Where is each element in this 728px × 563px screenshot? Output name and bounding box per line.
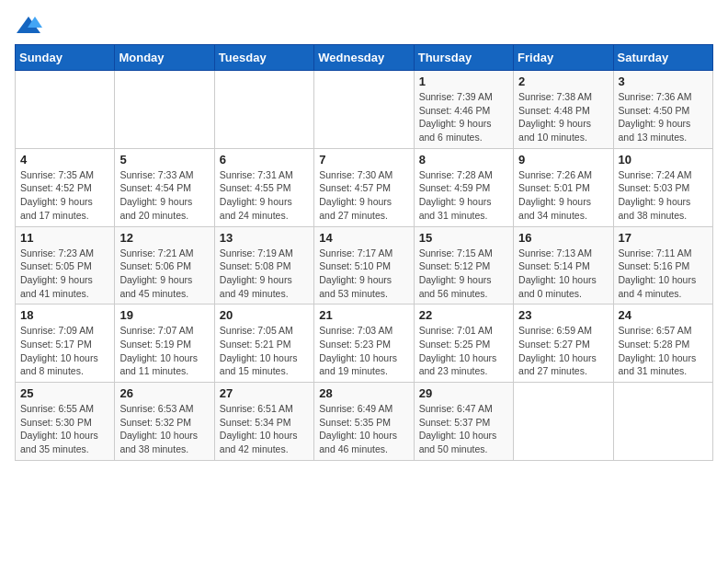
day-info: Sunrise: 7:17 AMSunset: 5:10 PMDaylight:… xyxy=(319,247,408,301)
day-number: 29 xyxy=(419,386,508,400)
calendar-cell: 22Sunrise: 7:01 AMSunset: 5:25 PMDayligh… xyxy=(414,304,513,383)
day-info: Sunrise: 6:59 AMSunset: 5:27 PMDaylight:… xyxy=(518,324,608,378)
day-number: 17 xyxy=(619,231,708,245)
calendar-cell: 10Sunrise: 7:24 AMSunset: 5:03 PMDayligh… xyxy=(613,148,712,226)
day-number: 20 xyxy=(220,308,309,322)
day-info: Sunrise: 7:30 AMSunset: 4:57 PMDaylight:… xyxy=(319,168,408,223)
calendar-cell: 25Sunrise: 6:55 AMSunset: 5:30 PMDayligh… xyxy=(16,383,115,461)
day-info: Sunrise: 7:19 AMSunset: 5:08 PMDaylight:… xyxy=(220,247,309,301)
day-of-week-header: Friday xyxy=(514,45,613,71)
day-number: 13 xyxy=(220,231,309,245)
calendar-cell xyxy=(613,383,712,461)
day-number: 8 xyxy=(419,153,508,167)
day-info: Sunrise: 7:39 AMSunset: 4:46 PMDaylight:… xyxy=(419,90,508,144)
day-info: Sunrise: 7:36 AMSunset: 4:50 PMDaylight:… xyxy=(619,90,708,144)
calendar-cell: 27Sunrise: 6:51 AMSunset: 5:34 PMDayligh… xyxy=(214,383,313,461)
day-number: 26 xyxy=(119,386,209,400)
day-of-week-header: Sunday xyxy=(16,45,115,71)
day-number: 9 xyxy=(518,153,608,167)
day-of-week-header: Monday xyxy=(115,45,214,71)
day-info: Sunrise: 6:57 AMSunset: 5:28 PMDaylight:… xyxy=(619,324,708,378)
day-info: Sunrise: 7:33 AMSunset: 4:54 PMDaylight:… xyxy=(119,168,209,223)
calendar-cell: 18Sunrise: 7:09 AMSunset: 5:17 PMDayligh… xyxy=(16,304,115,383)
day-number: 22 xyxy=(419,308,508,322)
day-number: 7 xyxy=(319,153,408,167)
calendar-cell: 2Sunrise: 7:38 AMSunset: 4:48 PMDaylight… xyxy=(514,71,613,149)
calendar-cell xyxy=(16,71,115,149)
day-number: 28 xyxy=(319,386,408,400)
day-info: Sunrise: 7:23 AMSunset: 5:05 PMDaylight:… xyxy=(20,247,109,301)
calendar-cell: 13Sunrise: 7:19 AMSunset: 5:08 PMDayligh… xyxy=(214,226,313,304)
calendar-cell: 20Sunrise: 7:05 AMSunset: 5:21 PMDayligh… xyxy=(214,304,313,383)
day-number: 23 xyxy=(518,308,608,322)
day-info: Sunrise: 7:03 AMSunset: 5:23 PMDaylight:… xyxy=(319,324,408,378)
calendar-cell xyxy=(514,383,613,461)
day-info: Sunrise: 7:11 AMSunset: 5:16 PMDaylight:… xyxy=(619,247,708,301)
day-number: 14 xyxy=(319,231,408,245)
day-info: Sunrise: 7:01 AMSunset: 5:25 PMDaylight:… xyxy=(419,324,508,378)
calendar-cell: 12Sunrise: 7:21 AMSunset: 5:06 PMDayligh… xyxy=(115,226,214,304)
day-number: 10 xyxy=(619,153,708,167)
logo-icon xyxy=(15,15,42,37)
day-of-week-header: Thursday xyxy=(414,45,513,71)
day-info: Sunrise: 7:38 AMSunset: 4:48 PMDaylight:… xyxy=(518,90,608,144)
calendar-cell: 8Sunrise: 7:28 AMSunset: 4:59 PMDaylight… xyxy=(414,148,513,226)
day-number: 1 xyxy=(419,75,508,88)
calendar-cell: 4Sunrise: 7:35 AMSunset: 4:52 PMDaylight… xyxy=(16,148,115,226)
calendar-cell: 21Sunrise: 7:03 AMSunset: 5:23 PMDayligh… xyxy=(314,304,414,383)
calendar-week-row: 25Sunrise: 6:55 AMSunset: 5:30 PMDayligh… xyxy=(16,383,713,461)
day-number: 12 xyxy=(119,231,209,245)
day-info: Sunrise: 6:53 AMSunset: 5:32 PMDaylight:… xyxy=(119,402,209,456)
calendar-week-row: 18Sunrise: 7:09 AMSunset: 5:17 PMDayligh… xyxy=(16,304,713,383)
calendar-week-row: 4Sunrise: 7:35 AMSunset: 4:52 PMDaylight… xyxy=(16,148,713,226)
day-number: 27 xyxy=(220,386,309,400)
calendar-cell xyxy=(115,71,214,149)
day-of-week-header: Tuesday xyxy=(214,45,313,71)
day-number: 16 xyxy=(518,231,608,245)
day-of-week-header: Saturday xyxy=(613,45,712,71)
logo xyxy=(15,15,46,37)
calendar-cell xyxy=(214,71,313,149)
day-number: 18 xyxy=(20,308,109,322)
calendar-header-row: SundayMondayTuesdayWednesdayThursdayFrid… xyxy=(16,45,713,71)
day-info: Sunrise: 6:55 AMSunset: 5:30 PMDaylight:… xyxy=(20,402,109,456)
calendar-cell: 11Sunrise: 7:23 AMSunset: 5:05 PMDayligh… xyxy=(16,226,115,304)
day-number: 15 xyxy=(419,231,508,245)
calendar-cell: 9Sunrise: 7:26 AMSunset: 5:01 PMDaylight… xyxy=(514,148,613,226)
day-number: 6 xyxy=(220,153,309,167)
day-info: Sunrise: 7:13 AMSunset: 5:14 PMDaylight:… xyxy=(518,247,608,301)
calendar-cell: 16Sunrise: 7:13 AMSunset: 5:14 PMDayligh… xyxy=(514,226,613,304)
calendar-cell: 5Sunrise: 7:33 AMSunset: 4:54 PMDaylight… xyxy=(115,148,214,226)
calendar-cell: 29Sunrise: 6:47 AMSunset: 5:37 PMDayligh… xyxy=(414,383,513,461)
calendar-cell: 15Sunrise: 7:15 AMSunset: 5:12 PMDayligh… xyxy=(414,226,513,304)
calendar-table: SundayMondayTuesdayWednesdayThursdayFrid… xyxy=(15,44,713,461)
calendar-cell: 19Sunrise: 7:07 AMSunset: 5:19 PMDayligh… xyxy=(115,304,214,383)
calendar-cell xyxy=(314,71,414,149)
calendar-cell: 26Sunrise: 6:53 AMSunset: 5:32 PMDayligh… xyxy=(115,383,214,461)
calendar-cell: 28Sunrise: 6:49 AMSunset: 5:35 PMDayligh… xyxy=(314,383,414,461)
calendar-cell: 7Sunrise: 7:30 AMSunset: 4:57 PMDaylight… xyxy=(314,148,414,226)
day-number: 21 xyxy=(319,308,408,322)
day-of-week-header: Wednesday xyxy=(314,45,414,71)
calendar-cell: 14Sunrise: 7:17 AMSunset: 5:10 PMDayligh… xyxy=(314,226,414,304)
calendar-week-row: 1Sunrise: 7:39 AMSunset: 4:46 PMDaylight… xyxy=(16,71,713,149)
day-info: Sunrise: 7:09 AMSunset: 5:17 PMDaylight:… xyxy=(20,324,109,378)
day-info: Sunrise: 7:21 AMSunset: 5:06 PMDaylight:… xyxy=(119,247,209,301)
calendar-cell: 23Sunrise: 6:59 AMSunset: 5:27 PMDayligh… xyxy=(514,304,613,383)
page-header xyxy=(15,15,713,37)
day-number: 2 xyxy=(518,75,608,88)
day-info: Sunrise: 7:24 AMSunset: 5:03 PMDaylight:… xyxy=(619,168,708,223)
day-number: 4 xyxy=(20,153,109,167)
calendar-cell: 1Sunrise: 7:39 AMSunset: 4:46 PMDaylight… xyxy=(414,71,513,149)
day-info: Sunrise: 7:35 AMSunset: 4:52 PMDaylight:… xyxy=(20,168,109,223)
day-info: Sunrise: 6:47 AMSunset: 5:37 PMDaylight:… xyxy=(419,402,508,456)
day-number: 11 xyxy=(20,231,109,245)
day-number: 19 xyxy=(119,308,209,322)
calendar-cell: 6Sunrise: 7:31 AMSunset: 4:55 PMDaylight… xyxy=(214,148,313,226)
calendar-cell: 17Sunrise: 7:11 AMSunset: 5:16 PMDayligh… xyxy=(613,226,712,304)
day-number: 25 xyxy=(20,386,109,400)
day-number: 3 xyxy=(619,75,708,88)
calendar-week-row: 11Sunrise: 7:23 AMSunset: 5:05 PMDayligh… xyxy=(16,226,713,304)
day-info: Sunrise: 7:05 AMSunset: 5:21 PMDaylight:… xyxy=(220,324,309,378)
calendar-cell: 3Sunrise: 7:36 AMSunset: 4:50 PMDaylight… xyxy=(613,71,712,149)
